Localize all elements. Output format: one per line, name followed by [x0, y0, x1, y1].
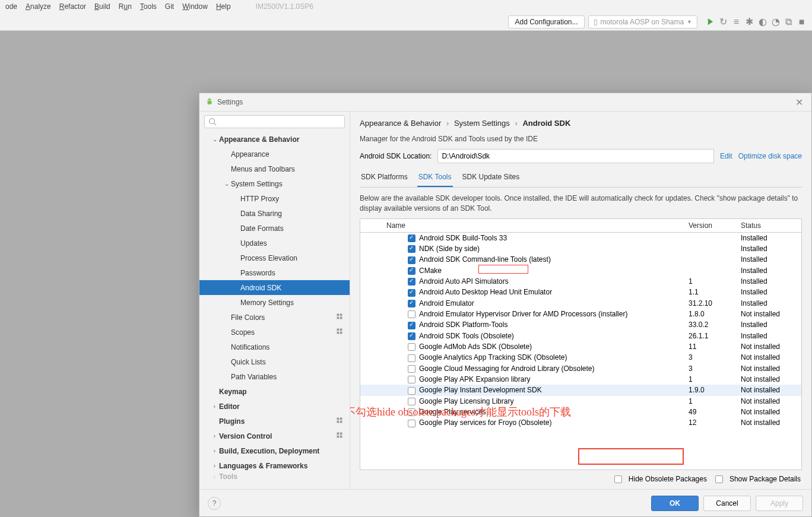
breadcrumb-1[interactable]: System Settings	[454, 119, 510, 128]
table-row[interactable]: Android Emulator Hypervisor Driver for A…	[360, 309, 801, 319]
close-icon[interactable]: ✕	[793, 97, 805, 108]
tree-item[interactable]: Process Elevation	[199, 250, 350, 265]
table-row[interactable]: Android SDK Build-Tools 33Installed	[360, 232, 801, 243]
sdk-tools-table[interactable]: Name Version Status Android SDK Build-To…	[360, 218, 802, 470]
apply-button[interactable]: Apply	[756, 496, 803, 511]
tree-item[interactable]: Updates	[199, 236, 350, 250]
row-checkbox[interactable]	[408, 332, 415, 340]
tree-item[interactable]: ›Tools	[199, 473, 350, 480]
tree-item[interactable]: Path Variables	[199, 369, 350, 384]
row-checkbox[interactable]	[408, 267, 415, 275]
stop-icon[interactable]: ■	[797, 17, 806, 26]
tree-item[interactable]: Keymap	[199, 384, 350, 399]
tree-item[interactable]: Appearance	[199, 147, 350, 161]
tree-item[interactable]: Notifications	[199, 340, 350, 354]
row-checkbox[interactable]	[408, 322, 415, 329]
row-checkbox[interactable]	[408, 354, 415, 362]
table-row[interactable]: Google Analytics App Tracking SDK (Obsol…	[360, 352, 801, 363]
tree-item[interactable]: HTTP Proxy	[199, 191, 350, 206]
tree-item[interactable]: ›Build, Execution, Deployment	[199, 443, 350, 458]
tab-sdk-tools[interactable]: SDK Tools	[417, 169, 453, 187]
row-checkbox[interactable]	[408, 289, 415, 297]
cancel-button[interactable]: Cancel	[703, 496, 751, 511]
menu-code[interactable]: ode	[1, 1, 21, 12]
coverage-icon[interactable]: ◐	[758, 17, 767, 26]
edit-link[interactable]: Edit	[720, 152, 732, 160]
table-row[interactable]: NDK (Side by side)Installed	[360, 243, 801, 254]
col-name[interactable]: Name	[382, 219, 684, 233]
menu-run[interactable]: Run	[115, 1, 136, 12]
table-row[interactable]: Android SDK Platform-Tools33.0.2Installe…	[360, 319, 801, 330]
tree-item[interactable]: ›Languages & Frameworks	[199, 458, 350, 473]
menu-window[interactable]: Window	[178, 1, 212, 12]
table-row[interactable]: Google Play services49Not installed	[360, 407, 801, 417]
tree-item[interactable]: ⌄Appearance & Behavior	[199, 132, 350, 147]
menu-help[interactable]: Help	[212, 1, 235, 12]
menu-analyze[interactable]: Analyze	[21, 1, 55, 12]
col-version[interactable]: Version	[684, 219, 736, 233]
profile-icon[interactable]: ◔	[771, 17, 780, 26]
code-changes-icon[interactable]: ≡	[732, 17, 741, 26]
row-checkbox[interactable]	[408, 365, 415, 373]
tree-item[interactable]: Scopes	[199, 325, 350, 340]
settings-search-input[interactable]	[219, 118, 341, 126]
tree-item[interactable]: ›Editor	[199, 399, 350, 414]
tree-item[interactable]: Data Sharing	[199, 206, 350, 221]
tree-item[interactable]: Date Formats	[199, 221, 350, 236]
table-row[interactable]: Google Cloud Messaging for Android Libra…	[360, 363, 801, 374]
settings-search[interactable]	[204, 115, 345, 128]
row-checkbox[interactable]	[408, 300, 415, 307]
tree-item[interactable]: Menus and Toolbars	[199, 161, 350, 176]
table-row[interactable]: Google AdMob Ads SDK (Obsolete)11Not ins…	[360, 341, 801, 352]
row-checkbox[interactable]	[408, 278, 415, 286]
table-row[interactable]: Android SDK Tools (Obsolete)26.1.1Instal…	[360, 331, 801, 341]
row-checkbox[interactable]	[408, 398, 415, 405]
table-row[interactable]: Google Play Instant Development SDK1.9.0…	[360, 385, 801, 395]
row-checkbox[interactable]	[408, 376, 415, 383]
menu-git[interactable]: Git	[161, 1, 178, 12]
breadcrumb-0[interactable]: Appearance & Behavior	[360, 119, 441, 128]
table-row[interactable]: CMakeInstalled	[360, 265, 801, 276]
tab-sdk-platforms[interactable]: SDK Platforms	[360, 169, 409, 187]
tab-sdk-update-sites[interactable]: SDK Update Sites	[461, 169, 521, 187]
sdk-location-input[interactable]	[437, 149, 714, 163]
table-row[interactable]: Android Auto API Simulators1Installed	[360, 276, 801, 287]
table-row[interactable]: Android Emulator31.2.10Installed	[360, 298, 801, 309]
optimize-link[interactable]: Optimize disk space	[738, 152, 802, 160]
add-configuration-button[interactable]: Add Configuration...	[508, 15, 584, 28]
help-button[interactable]: ?	[208, 497, 221, 510]
debug-icon[interactable]: ✱	[745, 17, 754, 26]
row-checkbox[interactable]	[408, 420, 415, 427]
run-icon[interactable]	[706, 17, 715, 26]
col-status[interactable]: Status	[736, 219, 801, 233]
device-selector[interactable]: ▯ motorola AOSP on Shama ▼	[588, 15, 697, 28]
tree-item[interactable]: Memory Settings	[199, 295, 350, 310]
attach-icon[interactable]: ⧉	[784, 17, 793, 26]
row-checkbox[interactable]	[408, 234, 415, 242]
row-checkbox[interactable]	[408, 256, 415, 264]
table-row[interactable]: Android Auto Desktop Head Unit Emulator1…	[360, 287, 801, 297]
menu-tools[interactable]: Tools	[136, 1, 161, 12]
table-row[interactable]: Android SDK Command-line Tools (latest)I…	[360, 254, 801, 265]
tree-item[interactable]: Android SDK	[199, 280, 350, 295]
row-checkbox[interactable]	[408, 343, 415, 351]
row-checkbox[interactable]	[408, 245, 415, 253]
tree-item[interactable]: ⌄System Settings	[199, 176, 350, 191]
table-row[interactable]: Google Play APK Expansion library1Not in…	[360, 374, 801, 385]
table-row[interactable]: Google Play Licensing Library1Not instal…	[360, 396, 801, 407]
tree-item[interactable]: File Colors	[199, 310, 350, 325]
show-package-details-checkbox[interactable]: Show Package Details	[715, 475, 801, 483]
menu-build[interactable]: Build	[90, 1, 115, 12]
row-checkbox[interactable]	[408, 310, 415, 318]
apply-changes-icon[interactable]: ↻	[719, 17, 728, 26]
row-checkbox[interactable]	[408, 387, 415, 395]
menu-refactor[interactable]: Refactor	[55, 1, 90, 12]
table-row[interactable]: Google Play services for Froyo (Obsolete…	[360, 417, 801, 428]
hide-obsolete-checkbox[interactable]: Hide Obsolete Packages	[614, 475, 707, 483]
tree-item[interactable]: ›Version Control	[199, 429, 350, 443]
ok-button[interactable]: OK	[651, 496, 699, 511]
tree-item[interactable]: Quick Lists	[199, 354, 350, 369]
tree-item[interactable]: Plugins	[199, 414, 350, 429]
tree-item[interactable]: Passwords	[199, 265, 350, 280]
row-checkbox[interactable]	[408, 408, 415, 416]
